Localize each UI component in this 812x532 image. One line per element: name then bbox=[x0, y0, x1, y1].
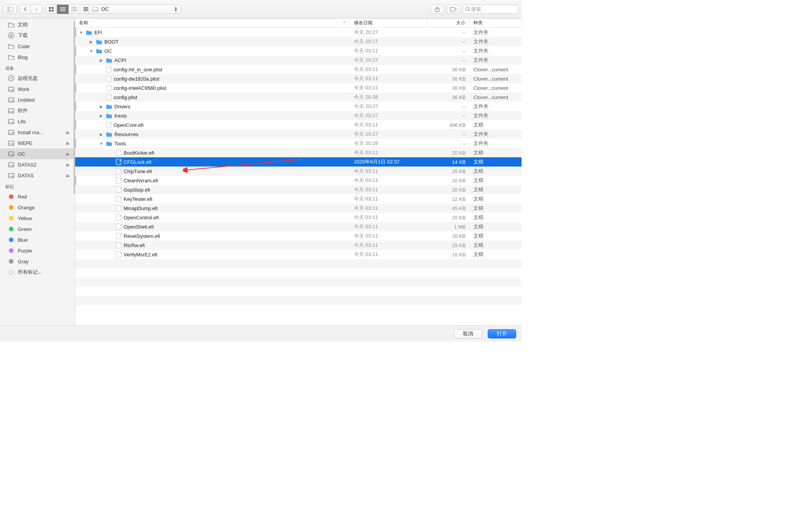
sidebar-item-tag-7[interactable]: 所有标记... bbox=[0, 267, 75, 278]
eject-icon[interactable]: ⏏ bbox=[65, 130, 69, 135]
column-view-button[interactable] bbox=[69, 5, 80, 14]
sidebar-item-dev-6[interactable]: WEPE⏏ bbox=[0, 138, 75, 148]
table-row[interactable]: config-intelAC9560.plist 今天 03:11 36 KB … bbox=[75, 83, 522, 93]
table-row[interactable]: OpenControl.efi 今天 03:11 20 KB 文稿 bbox=[75, 213, 522, 222]
table-row[interactable]: ChipTune.efi 今天 03:11 25 KB 文稿 bbox=[75, 167, 522, 176]
col-kind[interactable]: 种类 bbox=[470, 19, 522, 27]
table-row[interactable]: ▼ EFI 今天 20:27 -- 文件夹 bbox=[75, 28, 522, 37]
file-date: 今天 20:28 bbox=[350, 140, 427, 147]
eject-icon[interactable]: ⏏ bbox=[65, 173, 69, 178]
file-size: 12 KB bbox=[427, 196, 470, 202]
disclosure-icon[interactable]: ▶ bbox=[99, 58, 104, 62]
table-row[interactable]: VerifyMsrE2.efi 今天 03:11 16 KB 文稿 bbox=[75, 250, 522, 259]
disclosure-icon[interactable]: ▼ bbox=[79, 30, 84, 35]
file-size: -- bbox=[427, 48, 470, 54]
sidebar-item-fav-2[interactable]: Code bbox=[0, 41, 75, 52]
cancel-button[interactable]: 取消 bbox=[454, 329, 482, 338]
sidebar-item-tag-0[interactable]: Red bbox=[0, 191, 75, 202]
back-button[interactable] bbox=[19, 5, 31, 14]
sidebar-item-tag-6[interactable]: Gray bbox=[0, 256, 75, 267]
tags-button[interactable] bbox=[446, 5, 460, 14]
file-size: -- bbox=[427, 104, 470, 109]
sidebar-item-dev-3[interactable]: 软件 bbox=[0, 105, 75, 116]
table-row[interactable]: BootKicker.efi 今天 03:11 20 KB 文稿 bbox=[75, 148, 522, 157]
share-button[interactable] bbox=[430, 5, 444, 14]
file-kind: Clover...cument bbox=[470, 76, 522, 82]
file-name: KeyTester.efi bbox=[124, 196, 152, 202]
file-icon bbox=[116, 233, 121, 239]
eject-icon[interactable]: ⏏ bbox=[65, 152, 69, 157]
table-row[interactable]: RtcRw.efi 今天 03:11 25 KB 文稿 bbox=[75, 241, 522, 250]
sidebar-item-label: 文稿 bbox=[18, 21, 28, 28]
table-row[interactable]: ▶ Resources 今天 20:27 -- 文件夹 bbox=[75, 130, 522, 139]
svg-point-28 bbox=[8, 76, 14, 81]
table-row[interactable]: KeyTester.efi 今天 03:11 12 KB 文稿 bbox=[75, 194, 522, 204]
forward-button[interactable] bbox=[31, 5, 42, 14]
sidebar-item-dev-0[interactable]: 远程光盘 bbox=[0, 73, 75, 84]
file-name: Kexts bbox=[114, 113, 127, 119]
path-popup[interactable]: OC ▲▼ bbox=[89, 5, 181, 14]
icon-view-button[interactable] bbox=[45, 5, 57, 14]
svg-rect-0 bbox=[7, 7, 13, 12]
list-view-button[interactable] bbox=[57, 5, 69, 14]
table-row[interactable]: CFGLock.efi 2020年6月1日 02:37 14 KB 文稿 bbox=[75, 157, 522, 167]
table-row[interactable]: OpenShell.efi 今天 03:11 1 MB 文稿 bbox=[75, 222, 522, 231]
sidebar-item-fav-1[interactable]: 下载 bbox=[0, 30, 75, 41]
table-row[interactable]: GopStop.efi 今天 03:11 20 KB 文稿 bbox=[75, 185, 522, 194]
file-date: 今天 03:11 bbox=[350, 75, 427, 82]
table-row[interactable]: config-All_in_one.plist 今天 03:11 36 KB C… bbox=[75, 65, 522, 74]
sidebar-item-label: OC bbox=[18, 151, 25, 157]
disclosure-icon[interactable]: ▶ bbox=[99, 114, 104, 118]
sidebar-item-dev-1[interactable]: Work bbox=[0, 84, 75, 94]
toggle-sidebar-button[interactable] bbox=[3, 5, 17, 14]
file-size: 16 KB bbox=[427, 252, 470, 258]
sidebar-item-tag-4[interactable]: Blue bbox=[0, 234, 75, 245]
table-row[interactable]: MmapDump.efi 今天 03:11 45 KB 文稿 bbox=[75, 204, 522, 213]
search-field[interactable] bbox=[463, 5, 518, 14]
table-row[interactable]: ▶ Kexts 今天 20:27 -- 文件夹 bbox=[75, 111, 522, 120]
sidebar-item-dev-7[interactable]: OC⏏ bbox=[0, 148, 75, 159]
table-row[interactable]: ResetSystem.efi 今天 03:11 20 KB 文稿 bbox=[75, 231, 522, 241]
sidebar-item-dev-4[interactable]: Life bbox=[0, 116, 75, 127]
file-size: 36 KB bbox=[427, 76, 470, 82]
sidebar-item-dev-9[interactable]: DATAS⏏ bbox=[0, 170, 75, 181]
sidebar-item-tag-5[interactable]: Purple bbox=[0, 245, 75, 256]
folder-icon bbox=[106, 131, 112, 137]
search-input[interactable] bbox=[471, 6, 516, 12]
sidebar-item-fav-3[interactable]: Blog bbox=[0, 52, 75, 62]
col-size[interactable]: 大小 bbox=[427, 19, 470, 27]
col-date[interactable]: 修改日期 bbox=[350, 19, 427, 27]
eject-icon[interactable]: ⏏ bbox=[65, 141, 69, 146]
file-icon bbox=[116, 196, 121, 202]
table-row[interactable]: ▶ BOOT 今天 20:27 -- 文件夹 bbox=[75, 37, 522, 46]
chevron-left-icon bbox=[23, 7, 27, 12]
disclosure-icon[interactable]: ▼ bbox=[89, 49, 94, 53]
sidebar-item-dev-2[interactable]: Untitled bbox=[0, 94, 75, 105]
table-row[interactable]: CleanNvram.efi 今天 03:11 20 KB 文稿 bbox=[75, 176, 522, 185]
sidebar-item-tag-3[interactable]: Green bbox=[0, 224, 75, 234]
col-name[interactable]: 名称⌃ bbox=[75, 19, 350, 27]
table-row-empty bbox=[75, 268, 522, 278]
folder-icon bbox=[106, 57, 112, 63]
table-row[interactable]: OpenCore.efi 今天 03:11 496 KB 文稿 bbox=[75, 120, 522, 130]
open-button[interactable]: 打开 bbox=[488, 329, 516, 338]
file-size: -- bbox=[427, 131, 470, 137]
eject-icon[interactable]: ⏏ bbox=[65, 162, 69, 167]
disclosure-icon[interactable]: ▶ bbox=[89, 40, 94, 44]
table-row[interactable]: ▼ OC 今天 03:11 -- 文件夹 bbox=[75, 46, 522, 56]
sidebar-item-fav-0[interactable]: 文稿 bbox=[0, 19, 75, 30]
sidebar-item-dev-5[interactable]: Install ma...⏏ bbox=[0, 127, 75, 138]
table-row[interactable]: config.plist 今天 20:38 36 KB Clover...cum… bbox=[75, 93, 522, 102]
sidebar-item-tag-2[interactable]: Yellow bbox=[0, 213, 75, 224]
disclosure-icon[interactable]: ▼ bbox=[99, 141, 104, 146]
table-row[interactable]: config-dw1820a.plist 今天 03:11 36 KB Clov… bbox=[75, 74, 522, 83]
disclosure-icon[interactable]: ▶ bbox=[99, 132, 104, 136]
disclosure-icon[interactable]: ▶ bbox=[99, 104, 104, 109]
table-row[interactable]: ▼ Tools 今天 20:28 -- 文件夹 bbox=[75, 139, 522, 148]
sidebar-item-dev-8[interactable]: DATAS2⏏ bbox=[0, 159, 75, 170]
table-row[interactable]: ▶ Drivers 今天 20:27 -- 文件夹 bbox=[75, 102, 522, 111]
file-date: 2020年6月1日 02:37 bbox=[350, 158, 427, 165]
tagdot-icon bbox=[8, 247, 15, 254]
sidebar-item-tag-1[interactable]: Orange bbox=[0, 202, 75, 213]
table-row[interactable]: ▶ ACPI 今天 20:27 -- 文件夹 bbox=[75, 56, 522, 65]
